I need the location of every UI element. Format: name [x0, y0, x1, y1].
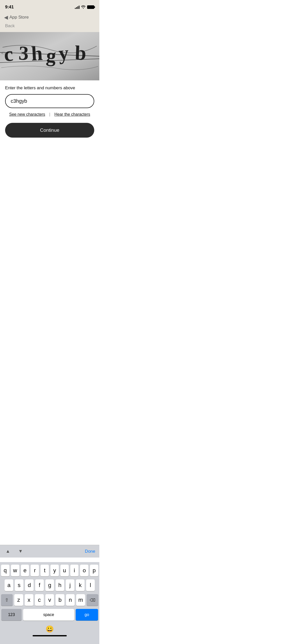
links-row: See new characters | Hear the characters [5, 112, 94, 117]
battery-icon [87, 5, 94, 9]
svg-text:g: g [46, 44, 57, 66]
nav-bar: ◀ App Store [0, 13, 99, 23]
link-separator: | [49, 112, 50, 117]
hear-characters-link[interactable]: Hear the characters [55, 112, 90, 117]
status-time: 9:41 [5, 5, 14, 10]
status-icons [75, 5, 94, 9]
wifi-icon [81, 5, 86, 9]
app-store-label: App Store [9, 15, 29, 20]
back-label-area: Back [0, 23, 99, 32]
back-label[interactable]: Back [5, 23, 15, 28]
see-new-characters-link[interactable]: See new characters [9, 112, 45, 117]
captcha-svg: c 3 h g y c 3 b [0, 32, 99, 80]
captcha-input[interactable] [11, 98, 89, 104]
main-content: c 3 h g y c 3 b Enter the letters and nu… [0, 32, 99, 239]
status-bar: 9:41 [0, 0, 99, 13]
continue-button[interactable]: Continue [5, 123, 94, 138]
form-area: Enter the letters and numbers above See … [0, 80, 99, 138]
instruction-text: Enter the letters and numbers above [5, 85, 94, 91]
svg-text:h: h [31, 42, 43, 65]
back-chevron-icon: ◀ [4, 14, 8, 20]
signal-icon [75, 5, 79, 9]
captcha-input-wrapper [5, 94, 94, 108]
captcha-image: c 3 h g y c 3 b [0, 32, 99, 80]
svg-text:3: 3 [20, 50, 26, 56]
back-button[interactable]: ◀ App Store [4, 14, 29, 20]
